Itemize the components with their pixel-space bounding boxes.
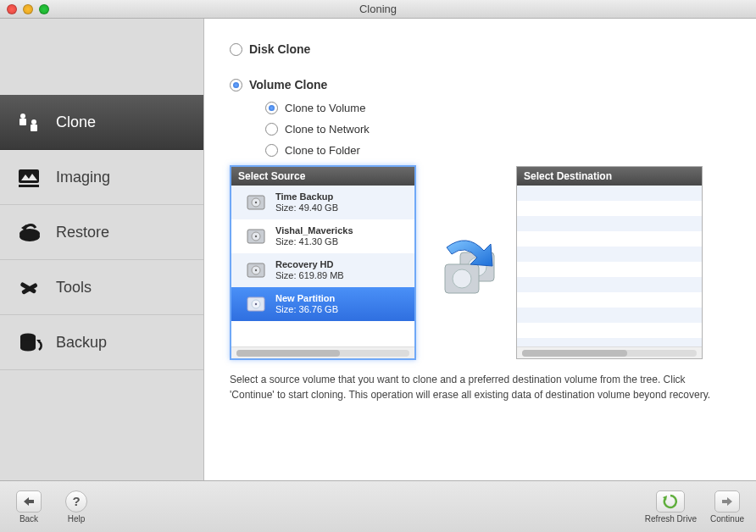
back-button[interactable]: Back bbox=[12, 490, 46, 524]
svg-marker-31 bbox=[24, 497, 34, 506]
help-button[interactable]: ? Help bbox=[59, 490, 93, 524]
radio-label: Volume Clone bbox=[249, 78, 327, 91]
tools-icon bbox=[15, 273, 44, 302]
toolbar-label: Back bbox=[19, 514, 38, 524]
svg-rect-4 bbox=[19, 169, 39, 183]
sidebar-item-tools[interactable]: Tools bbox=[0, 260, 203, 315]
destination-list[interactable] bbox=[517, 186, 702, 346]
sidebar-item-clone[interactable]: Clone bbox=[0, 95, 203, 150]
refresh-icon bbox=[656, 490, 685, 513]
source-panel-header: Select Source bbox=[231, 167, 414, 186]
window-title: Cloning bbox=[0, 3, 756, 15]
forward-arrow-icon bbox=[714, 490, 740, 513]
drive-text: New Partition Size: 36.76 GB bbox=[275, 293, 338, 315]
svg-point-30 bbox=[453, 269, 471, 288]
sidebar-item-label: Tools bbox=[56, 279, 92, 296]
svg-point-26 bbox=[255, 303, 257, 305]
backup-icon bbox=[15, 328, 44, 357]
radio-icon bbox=[265, 123, 278, 136]
drive-text: Recovery HD Size: 619.89 MB bbox=[275, 259, 344, 281]
clone-arrow-graphic bbox=[428, 224, 504, 301]
drive-row[interactable]: Vishal_Mavericks Size: 41.30 GB bbox=[231, 219, 414, 253]
destination-panel-header: Select Destination bbox=[517, 167, 702, 186]
svg-point-8 bbox=[19, 229, 40, 239]
radio-label: Clone to Folder bbox=[285, 144, 360, 157]
svg-point-3 bbox=[31, 119, 36, 125]
drive-row[interactable]: Recovery HD Size: 619.89 MB bbox=[231, 253, 414, 287]
radio-disk-clone[interactable]: Disk Clone bbox=[230, 42, 731, 56]
sidebar: Clone Imaging Restore bbox=[0, 19, 203, 480]
svg-point-1 bbox=[20, 114, 25, 119]
help-icon: ? bbox=[65, 490, 87, 513]
back-arrow-icon bbox=[16, 490, 42, 513]
hdd-icon bbox=[245, 191, 267, 213]
radio-icon bbox=[230, 79, 242, 91]
source-panel: Select Source Time Backup Size: 49.40 GB bbox=[230, 165, 416, 360]
clone-icon bbox=[15, 108, 44, 136]
svg-rect-0 bbox=[19, 119, 26, 125]
panel-scrollbar[interactable] bbox=[231, 346, 414, 358]
hdd-icon bbox=[245, 225, 267, 247]
hint-text: Select a source volume that you want to … bbox=[230, 372, 731, 402]
destination-panel: Select Destination bbox=[516, 166, 703, 359]
drive-text: Time Backup Size: 49.40 GB bbox=[275, 191, 338, 213]
radio-label: Clone to Volume bbox=[285, 102, 365, 114]
toolbar-label: Refresh Drive bbox=[645, 514, 697, 524]
radio-clone-to-network[interactable]: Clone to Network bbox=[265, 123, 731, 136]
sidebar-item-label: Restore bbox=[56, 224, 109, 241]
radio-icon bbox=[265, 102, 278, 114]
svg-rect-2 bbox=[31, 125, 37, 131]
sidebar-item-backup[interactable]: Backup bbox=[0, 315, 203, 370]
svg-point-23 bbox=[255, 269, 257, 271]
imaging-icon bbox=[15, 163, 44, 191]
radio-icon bbox=[265, 144, 278, 157]
refresh-drive-button[interactable]: Refresh Drive bbox=[645, 490, 697, 524]
radio-label: Disk Clone bbox=[249, 42, 310, 56]
bottom-toolbar: Back ? Help Refresh Drive Continue bbox=[0, 480, 756, 532]
radio-clone-to-volume[interactable]: Clone to Volume bbox=[265, 102, 731, 114]
svg-rect-5 bbox=[19, 185, 39, 187]
drive-text: Vishal_Mavericks Size: 41.30 GB bbox=[275, 225, 353, 247]
radio-label: Clone to Network bbox=[285, 123, 370, 136]
source-list[interactable]: Time Backup Size: 49.40 GB Vishal_Maveri… bbox=[231, 186, 414, 346]
restore-icon bbox=[15, 218, 44, 247]
titlebar: Cloning bbox=[0, 0, 756, 19]
sidebar-item-restore[interactable]: Restore bbox=[0, 205, 203, 260]
drive-row[interactable]: Time Backup Size: 49.40 GB bbox=[231, 186, 414, 219]
hdd-icon bbox=[245, 259, 267, 281]
continue-button[interactable]: Continue bbox=[710, 490, 744, 524]
svg-point-20 bbox=[255, 236, 257, 237]
svg-marker-33 bbox=[722, 497, 732, 506]
radio-icon bbox=[230, 43, 242, 56]
drive-row[interactable]: New Partition Size: 36.76 GB bbox=[231, 287, 414, 321]
toolbar-label: Help bbox=[68, 514, 86, 524]
radio-clone-to-folder[interactable]: Clone to Folder bbox=[265, 144, 731, 157]
radio-volume-clone[interactable]: Volume Clone bbox=[230, 78, 731, 91]
sidebar-item-label: Clone bbox=[56, 114, 96, 131]
sidebar-item-label: Imaging bbox=[56, 169, 110, 186]
sidebar-item-label: Backup bbox=[56, 334, 107, 352]
hdd-icon bbox=[245, 293, 267, 315]
toolbar-label: Continue bbox=[710, 514, 744, 524]
sidebar-item-imaging[interactable]: Imaging bbox=[0, 150, 203, 205]
panel-scrollbar[interactable] bbox=[517, 346, 702, 358]
content-pane: Disk Clone Volume Clone Clone to Volume … bbox=[203, 19, 756, 480]
svg-point-17 bbox=[255, 202, 257, 203]
